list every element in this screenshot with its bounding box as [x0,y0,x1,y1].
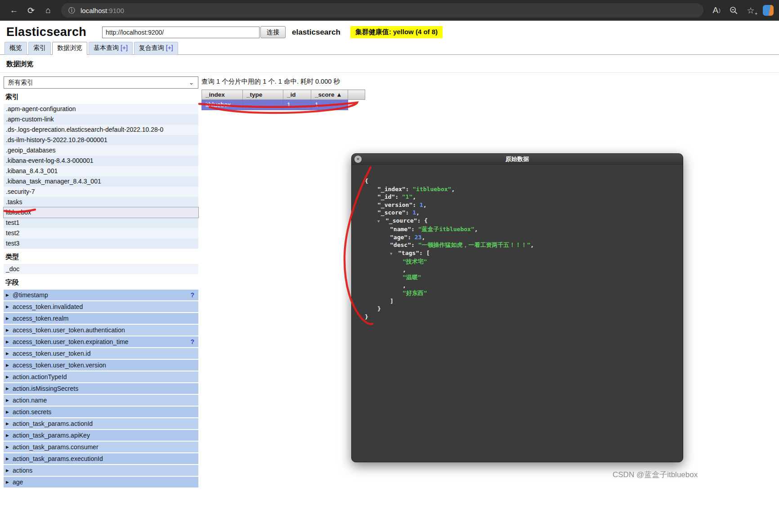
result-row[interactable]: itbluebox11 [202,100,365,110]
result-table-head-row: _index_type_id_score ▲ [202,90,365,100]
back-icon[interactable]: ← [5,2,22,18]
index-item[interactable]: .tasks [4,197,198,207]
result-cell[interactable] [348,100,365,110]
read-aloud-wave-icon: ) [719,8,720,13]
field-help-icon[interactable]: ? [190,338,194,345]
json-token: 1 [420,201,423,208]
field-item[interactable]: ▶action.isMissingSecrets [4,383,198,394]
index-filter-select[interactable]: 所有索引 ⌄ [4,76,198,89]
json-token: "_id": [377,193,402,200]
json-token: "技术宅" [403,258,427,265]
field-item[interactable]: ▶action.secrets [4,407,198,417]
expand-triangle-icon: ▶ [6,340,9,344]
type-item[interactable]: _doc [4,264,198,274]
zoom-out-icon[interactable] [725,2,742,18]
json-token: , [412,193,416,200]
result-cell[interactable] [243,100,283,110]
field-item[interactable]: ▶action_task_params.actionId [4,418,198,429]
index-item[interactable]: itbluebox [4,207,198,218]
field-item[interactable]: ▶access_token.user_token.version [4,360,198,371]
sidebar: 所有索引 ⌄ 索引 .apm-agent-configuration.apm-c… [4,76,198,488]
field-name: action.actionTypeId [13,373,67,380]
json-token: , [416,209,420,216]
collapse-arrow-icon[interactable]: ▼ [377,218,385,226]
expand-triangle-icon: ▶ [6,421,9,426]
column-header-_score[interactable]: _score ▲ [311,90,348,100]
index-item[interactable]: .kibana_8.4.3_001 [4,166,198,176]
field-item[interactable]: ▶access_token.invalidated [4,301,198,312]
column-header-_id[interactable]: _id [283,90,311,100]
field-item[interactable]: ▶action.actionTypeId [4,371,198,382]
index-item[interactable]: .kibana-event-log-8.4.3-000001 [4,156,198,166]
json-token: , [423,201,427,208]
tab-4[interactable]: 复合查询 [+] [134,42,178,55]
index-item[interactable]: test1 [4,218,198,228]
collapse-arrow-icon[interactable]: ▼ [390,250,398,258]
field-item[interactable]: ▶action_task_params.apiKey [4,430,198,441]
page-title: 数据浏览 [6,60,779,68]
json-token: "tags": [398,250,426,256]
address-bar[interactable]: ⓘ localhost:9100 [61,3,703,18]
tab-1[interactable]: 索引 [28,42,51,55]
field-item[interactable]: ▶action_task_params.consumer [4,442,198,452]
field-item[interactable]: ▶access_token.user_token.id [4,348,198,359]
field-name: action_task_params.actionId [13,420,93,427]
json-line: , [352,266,683,274]
json-token: , [421,234,425,241]
field-item[interactable]: ▶access_token.user_token.authentication [4,325,198,335]
expand-triangle-icon: ▶ [6,410,9,414]
index-item[interactable]: .ds-ilm-history-5-2022.10.28-000001 [4,135,198,145]
raw-data-modal: ✕ 原始数据 {"_index": "itbluebox","_id": "1"… [351,153,683,462]
result-cell[interactable]: 1 [283,100,311,110]
expand-triangle-icon: ▶ [6,316,9,321]
json-token: "_score": [377,209,412,216]
column-header-_type[interactable]: _type [243,90,283,100]
read-aloud-icon[interactable]: A) [708,2,725,18]
field-help-icon[interactable]: ? [190,291,194,299]
fields-section-title: 字段 [5,278,198,287]
field-name: actions [13,467,32,474]
json-token: "_version": [377,201,420,208]
field-item[interactable]: ▶@timestamp? [4,290,198,300]
index-item[interactable]: .apm-agent-configuration [4,104,198,114]
json-token: 23 [415,234,422,241]
index-item[interactable]: .security-7 [4,187,198,197]
tab-0[interactable]: 概览 [4,42,27,55]
field-item[interactable]: ▶actions [4,465,198,476]
add-favorite-icon[interactable]: ☆+ [742,2,759,18]
tab-plus-icon: [+] [166,44,173,51]
health-badge: 集群健康值: yellow (4 of 8) [350,26,443,38]
field-item[interactable]: ▶access_token.user_token.expiration_time… [4,336,198,347]
tab-3[interactable]: 基本查询 [+] [89,42,133,55]
expand-triangle-icon: ▶ [6,363,9,367]
index-item[interactable]: test2 [4,228,198,238]
connect-button[interactable]: 连接 [260,26,286,38]
index-item[interactable]: .geoip_databases [4,145,198,156]
site-info-icon[interactable]: ⓘ [68,6,75,15]
modal-close-icon[interactable]: ✕ [354,156,362,163]
json-line: "_id": "1", [352,193,683,201]
field-item[interactable]: ▶action.name [4,395,198,406]
result-cell[interactable]: itbluebox [202,100,243,110]
json-view: {"_index": "itbluebox","_id": "1","_vers… [352,165,683,321]
home-icon[interactable]: ⌂ [40,2,57,18]
index-item[interactable]: .ds-.logs-deprecation.elasticsearch-defa… [4,125,198,135]
field-item[interactable]: ▶access_token.realm [4,313,198,324]
es-url-input[interactable] [102,27,260,38]
browser-profile-icon[interactable] [763,5,774,16]
field-list: ▶@timestamp?▶access_token.invalidated▶ac… [4,290,198,487]
tab-2[interactable]: 数据浏览 [52,42,87,55]
index-filter-value: 所有索引 [8,79,33,87]
modal-titlebar[interactable]: ✕ 原始数据 [352,154,683,165]
column-header-_index[interactable]: _index [202,90,243,100]
field-item[interactable]: ▶age [4,477,198,487]
index-item[interactable]: .kibana_task_manager_8.4.3_001 [4,176,198,187]
json-token: "itbluebox" [412,186,451,192]
column-header-spacer[interactable] [348,90,365,100]
index-item[interactable]: test3 [4,238,198,249]
index-item[interactable]: .apm-custom-link [4,114,198,125]
field-item[interactable]: ▶action_task_params.executionId [4,453,198,464]
result-cell[interactable]: 1 [311,100,348,110]
csdn-watermark: CSDN @蓝盒子itbluebox [613,469,698,480]
refresh-icon[interactable]: ⟳ [22,2,40,18]
